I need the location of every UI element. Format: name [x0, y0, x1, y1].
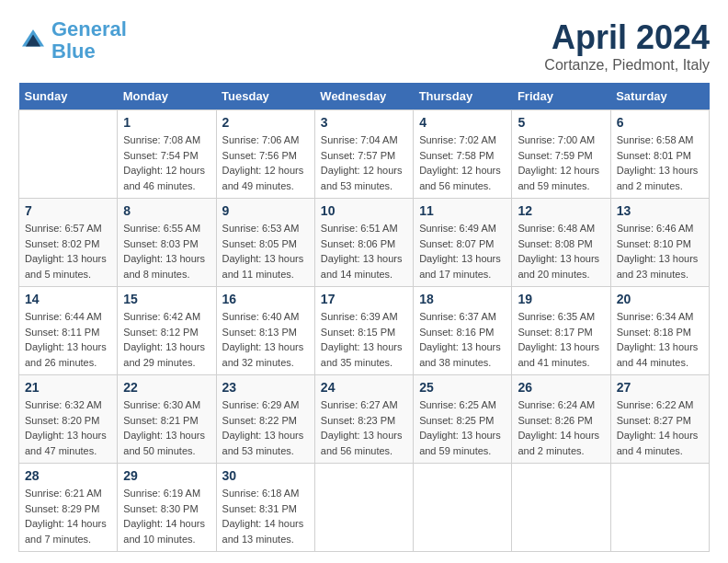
day-info: Sunrise: 6:42 AMSunset: 8:12 PMDaylight:…: [123, 309, 210, 370]
day-info-line: Daylight: 13 hours: [25, 428, 111, 443]
day-info-line: Daylight: 13 hours: [222, 251, 309, 267]
day-info-line: Sunrise: 6:51 AM: [321, 221, 407, 236]
day-info-line: Sunrise: 6:55 AM: [123, 221, 210, 236]
day-info-line: Daylight: 13 hours: [25, 251, 111, 267]
logo-icon: [18, 26, 48, 55]
day-number: 20: [617, 292, 703, 306]
calendar-cell: 4Sunrise: 7:02 AMSunset: 7:58 PMDaylight…: [414, 110, 512, 199]
calendar-header-row: SundayMondayTuesdayWednesdayThursdayFrid…: [19, 83, 710, 110]
day-info-line: Sunrise: 6:27 AM: [321, 397, 407, 413]
calendar-cell: [314, 464, 413, 552]
day-info-line: Sunrise: 6:40 AM: [222, 309, 309, 325]
calendar-cell: 9Sunrise: 6:53 AMSunset: 8:05 PMDaylight…: [216, 199, 314, 287]
day-info-line: Sunset: 8:20 PM: [25, 413, 111, 429]
day-info-line: Sunset: 8:18 PM: [617, 325, 703, 340]
day-info-line: Sunset: 8:10 PM: [617, 236, 703, 252]
day-info-line: Daylight: 13 hours: [617, 339, 703, 355]
day-info-line: Sunset: 7:54 PM: [123, 148, 210, 164]
day-info-line: Sunrise: 6:30 AM: [123, 397, 210, 413]
day-info: Sunrise: 6:19 AMSunset: 8:30 PMDaylight:…: [123, 486, 210, 546]
day-info-line: and 7 minutes.: [25, 532, 111, 547]
calendar-cell: 6Sunrise: 6:58 AMSunset: 8:01 PMDaylight…: [610, 110, 709, 199]
day-info-line: and 13 minutes.: [222, 532, 309, 547]
day-info: Sunrise: 6:55 AMSunset: 8:03 PMDaylight:…: [123, 221, 210, 282]
day-info-line: Sunset: 8:01 PM: [617, 148, 703, 164]
day-info-line: Sunset: 8:29 PM: [25, 501, 111, 517]
calendar-cell: 30Sunrise: 6:18 AMSunset: 8:31 PMDayligh…: [216, 464, 314, 552]
day-info-line: Sunset: 7:58 PM: [419, 148, 506, 164]
day-number: 17: [321, 292, 407, 306]
day-info: Sunrise: 7:08 AMSunset: 7:54 PMDaylight:…: [123, 132, 210, 193]
calendar-cell: 21Sunrise: 6:32 AMSunset: 8:20 PMDayligh…: [19, 375, 118, 464]
day-info-line: Daylight: 13 hours: [222, 428, 309, 443]
calendar-week-row: 21Sunrise: 6:32 AMSunset: 8:20 PMDayligh…: [19, 375, 710, 464]
day-number: 11: [419, 203, 506, 218]
day-info-line: and 14 minutes.: [321, 267, 407, 282]
day-info-line: Sunset: 7:59 PM: [518, 148, 604, 164]
day-info-line: Sunset: 8:15 PM: [321, 325, 407, 340]
day-info-line: and 53 minutes.: [321, 178, 407, 194]
day-info-line: Daylight: 13 hours: [419, 251, 506, 267]
day-info-line: Daylight: 14 hours: [617, 428, 703, 443]
day-info-line: Sunset: 8:27 PM: [617, 413, 703, 429]
day-number: 23: [222, 380, 309, 395]
day-number: 13: [617, 203, 703, 218]
day-info-line: Sunrise: 7:00 AM: [518, 132, 604, 148]
day-info-line: Sunrise: 7:06 AM: [222, 132, 309, 148]
day-info-line: Sunrise: 6:37 AM: [419, 309, 506, 325]
weekday-header-thursday: Thursday: [414, 83, 512, 110]
day-info-line: and 59 minutes.: [419, 443, 506, 459]
day-info-line: Sunrise: 6:29 AM: [222, 397, 309, 413]
weekday-header-sunday: Sunday: [19, 83, 118, 110]
calendar-week-row: 1Sunrise: 7:08 AMSunset: 7:54 PMDaylight…: [19, 110, 710, 199]
day-info-line: Sunrise: 7:02 AM: [419, 132, 506, 148]
day-info-line: Sunset: 8:17 PM: [518, 325, 604, 340]
day-info-line: Sunset: 8:06 PM: [321, 236, 407, 252]
day-info-line: and 8 minutes.: [123, 267, 210, 282]
calendar-cell: 7Sunrise: 6:57 AMSunset: 8:02 PMDaylight…: [19, 199, 118, 287]
day-info: Sunrise: 6:49 AMSunset: 8:07 PMDaylight:…: [419, 221, 506, 282]
day-info-line: and 46 minutes.: [123, 178, 210, 194]
day-info-line: Sunrise: 6:35 AM: [518, 309, 604, 325]
day-info: Sunrise: 6:53 AMSunset: 8:05 PMDaylight:…: [222, 221, 309, 282]
day-info: Sunrise: 7:02 AMSunset: 7:58 PMDaylight:…: [419, 132, 506, 193]
day-info-line: Sunrise: 6:53 AM: [222, 221, 309, 236]
day-info: Sunrise: 6:22 AMSunset: 8:27 PMDaylight:…: [617, 397, 703, 458]
calendar-cell: 28Sunrise: 6:21 AMSunset: 8:29 PMDayligh…: [19, 464, 118, 552]
day-info-line: and 49 minutes.: [222, 178, 309, 194]
calendar-cell: 19Sunrise: 6:35 AMSunset: 8:17 PMDayligh…: [512, 287, 610, 375]
day-info: Sunrise: 6:44 AMSunset: 8:11 PMDaylight:…: [25, 309, 111, 370]
day-info-line: Sunrise: 6:49 AM: [419, 221, 506, 236]
day-info-line: and 26 minutes.: [25, 355, 111, 371]
day-info-line: Daylight: 12 hours: [518, 163, 604, 178]
day-info-line: Sunrise: 6:42 AM: [123, 309, 210, 325]
day-info-line: Sunrise: 6:58 AM: [617, 132, 703, 148]
page-header: General Blue April 2024 Cortanze, Piedmo…: [18, 18, 710, 74]
weekday-header-tuesday: Tuesday: [216, 83, 314, 110]
weekday-header-wednesday: Wednesday: [314, 83, 413, 110]
day-number: 27: [617, 380, 703, 395]
day-info-line: and 10 minutes.: [123, 532, 210, 547]
day-info-line: Sunset: 8:08 PM: [518, 236, 604, 252]
weekday-header-friday: Friday: [512, 83, 610, 110]
calendar-cell: 26Sunrise: 6:24 AMSunset: 8:26 PMDayligh…: [512, 375, 610, 464]
day-number: 28: [25, 468, 111, 483]
day-info-line: Daylight: 12 hours: [222, 163, 309, 178]
day-info-line: and 38 minutes.: [419, 355, 506, 371]
day-info: Sunrise: 7:04 AMSunset: 7:57 PMDaylight:…: [321, 132, 407, 193]
calendar-week-row: 7Sunrise: 6:57 AMSunset: 8:02 PMDaylight…: [19, 199, 710, 287]
day-info-line: Daylight: 13 hours: [518, 251, 604, 267]
day-info-line: and 5 minutes.: [25, 267, 111, 282]
day-info-line: Sunset: 8:05 PM: [222, 236, 309, 252]
day-info: Sunrise: 6:58 AMSunset: 8:01 PMDaylight:…: [617, 132, 703, 193]
day-info: Sunrise: 7:00 AMSunset: 7:59 PMDaylight:…: [518, 132, 604, 193]
day-info-line: Sunrise: 6:48 AM: [518, 221, 604, 236]
day-info-line: Sunrise: 6:21 AM: [25, 486, 111, 501]
day-info-line: Sunrise: 6:32 AM: [25, 397, 111, 413]
calendar-cell: 3Sunrise: 7:04 AMSunset: 7:57 PMDaylight…: [314, 110, 413, 199]
day-info: Sunrise: 6:48 AMSunset: 8:08 PMDaylight:…: [518, 221, 604, 282]
calendar-cell: [414, 464, 512, 552]
day-info-line: Sunset: 8:22 PM: [222, 413, 309, 429]
day-info-line: Daylight: 13 hours: [123, 428, 210, 443]
day-info-line: Daylight: 12 hours: [321, 163, 407, 178]
